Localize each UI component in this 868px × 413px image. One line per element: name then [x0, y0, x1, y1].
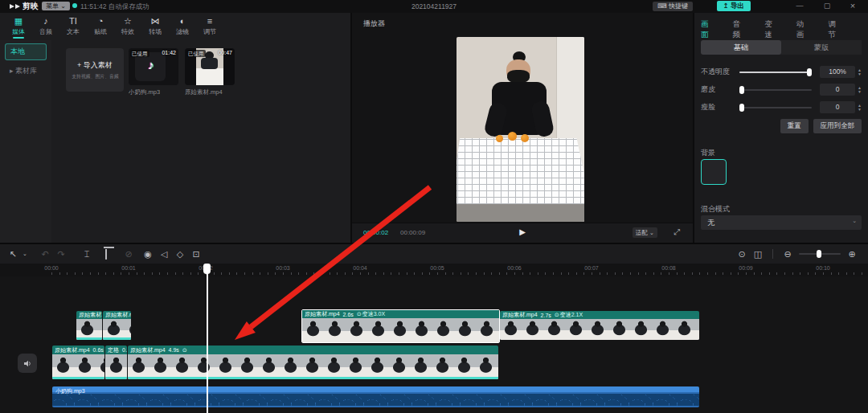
redo-icon[interactable]: ↷	[53, 249, 69, 260]
speaker-icon	[23, 359, 32, 368]
reverse-icon[interactable]: ◁	[156, 249, 172, 260]
overlay-clip-4[interactable]: 原始素材.mp4 2.7s ⊙变速2.1X	[500, 311, 699, 340]
titlebar: 剪映 菜单 ⌄ 11:51:42 自动保存成功 202104211927 ⌨ 快…	[0, 0, 868, 13]
media-item-audio[interactable]: ♪ 已使用 01:42 小奶狗.mp3	[129, 48, 178, 101]
smooth-skin-slider[interactable]	[739, 89, 812, 91]
tab-adjust[interactable]: ≡ 调节	[196, 16, 223, 39]
close-button[interactable]: ×	[842, 1, 863, 10]
export-button[interactable]: ↥ 导出	[717, 1, 751, 11]
audio-clip[interactable]: 小奶狗.mp3	[52, 386, 699, 407]
playhead-line[interactable]	[207, 265, 208, 413]
playhead-handle[interactable]	[203, 264, 211, 274]
stepper-icon[interactable]: ▲▼	[858, 68, 862, 76]
clip-name: 原始素材.m	[105, 311, 131, 319]
text-icon: TI	[69, 16, 77, 27]
tab-sticker[interactable]: ◔ 贴纸	[87, 16, 114, 39]
overlay-clip-2[interactable]: 原始素材.m	[103, 311, 131, 340]
ruler-label: 00:03	[276, 265, 290, 271]
apply-all-button[interactable]: 应用到全部	[813, 119, 862, 133]
select-tool-caret-icon[interactable]: ⌄	[21, 251, 29, 257]
shortcuts-button[interactable]: ⌨ 快捷键	[653, 2, 693, 11]
media-item-video[interactable]: 已使用 00:47 原始素材.mp4	[185, 48, 235, 101]
clip-name: 原始素材.mp4	[502, 311, 538, 319]
sidebar-item-label: 素材库	[15, 67, 37, 75]
main-clip-freeze[interactable]: 定格 0.3s	[105, 346, 127, 379]
slim-face-value[interactable]: 0	[820, 101, 855, 113]
table	[457, 138, 584, 204]
total-time: 00:00:09	[400, 229, 425, 236]
crop-icon[interactable]: ⊡	[188, 249, 204, 260]
main-clip-1[interactable]: 原始素材.mp4 0.6s	[52, 346, 104, 379]
overlay-clip-selected[interactable]: 原始素材.mp4 2.6s ⊙变速3.0X	[301, 309, 500, 343]
mirror-icon[interactable]: ◇	[172, 249, 188, 260]
media-item-name: 小奶狗.mp3	[129, 88, 160, 96]
speed-icon: ⊙	[555, 312, 559, 318]
slim-face-slider[interactable]	[739, 107, 812, 108]
smooth-skin-value[interactable]: 0	[820, 84, 855, 96]
clip-duration: 0.3s	[122, 347, 127, 353]
sidebar-item-local[interactable]: 本地	[5, 43, 47, 60]
effects-icon: ☆	[124, 16, 132, 27]
tab-transition[interactable]: ⋈ 转场	[141, 16, 169, 39]
ruler-label: 00:05	[430, 265, 444, 271]
import-material-button[interactable]: + 导入素材 支持视频、图片、音频	[66, 48, 124, 92]
used-badge: 已使用	[186, 50, 206, 57]
tiktok-note-icon: ♪	[148, 58, 154, 72]
smooth-skin-row: 磨皮 0 ▲▼	[701, 84, 862, 96]
background-label: 背景	[701, 148, 715, 158]
stepper-icon[interactable]: ▲▼	[858, 104, 862, 111]
main-clip-3[interactable]: 原始素材.mp4 4.9s ⊙	[128, 346, 498, 379]
minimize-button[interactable]: —	[789, 2, 810, 10]
zoom-in-icon[interactable]: ⊕	[844, 249, 860, 260]
clip-duration: 2.7s	[541, 313, 551, 318]
opacity-value[interactable]: 100%	[820, 66, 855, 78]
play-button[interactable]: ▶	[519, 227, 526, 236]
tab-label: 转场	[149, 27, 162, 36]
timeline-ruler[interactable]: 00:00 00:01 00:02 00:03 00:04 00:05 00:0…	[0, 264, 868, 276]
reset-button[interactable]: 重置	[780, 119, 809, 133]
adjust-icon: ≡	[207, 16, 212, 27]
sidebar-item-library[interactable]: ▸ 素材库	[5, 63, 47, 79]
tab-media[interactable]: ▦ 媒体	[5, 16, 32, 39]
clip-name: 原始素材.m	[79, 311, 102, 319]
undo-icon[interactable]: ↶	[37, 249, 53, 260]
orange-2	[521, 134, 529, 142]
subtab-basic[interactable]: 基础	[701, 40, 781, 55]
tab-text[interactable]: TI 文本	[59, 16, 87, 39]
media-panel: ▦ 媒体 ♪ 音频 TI 文本 ◔ 贴纸 ☆ 特效 ⋈ 转场 ◐ 滤镜 ≡ 调节…	[0, 13, 350, 243]
duration-label: 01:42	[162, 50, 176, 55]
zoom-slider-handle[interactable]	[817, 250, 821, 258]
split-view-icon[interactable]: ◫	[750, 249, 766, 260]
snap-toggle-icon[interactable]: ⊙	[734, 249, 750, 260]
media-item-name: 原始素材.mp4	[185, 88, 223, 96]
split-icon[interactable]: ⌶	[79, 249, 95, 260]
timeline-zoom-slider[interactable]	[799, 253, 841, 255]
freeze-frame-icon[interactable]: ◉	[140, 249, 156, 260]
sticker-icon: ◔	[98, 16, 104, 27]
tab-label: 滤镜	[176, 27, 189, 36]
chevron-right-icon: ▸	[10, 67, 14, 75]
stepper-icon[interactable]: ▲▼	[858, 86, 862, 93]
zoom-out-icon[interactable]: ⊖	[780, 249, 796, 260]
overlay-clip-1[interactable]: 原始素材.m	[76, 311, 102, 340]
mute-clip-icon[interactable]: ⊘	[121, 249, 137, 260]
tab-effects[interactable]: ☆ 特效	[114, 16, 141, 39]
tab-audio[interactable]: ♪ 音频	[32, 16, 59, 39]
track-mute-button[interactable]	[18, 354, 37, 373]
select-tool-icon[interactable]: ↖	[5, 249, 21, 260]
blend-mode-dropdown[interactable]: 无 ⌄	[701, 215, 862, 230]
slider-label: 磨皮	[701, 84, 731, 95]
background-swatch[interactable]	[701, 159, 727, 185]
tab-label: 文本	[67, 27, 80, 36]
player-panel: 播放器 00:00:02 00:00:09 ▶ 适配 ⌄ ⤢	[352, 13, 693, 243]
opacity-slider[interactable]	[739, 72, 812, 73]
subtab-mask[interactable]: 蒙版	[781, 40, 862, 55]
tab-filter[interactable]: ◐ 滤镜	[169, 16, 196, 39]
delete-icon[interactable]	[98, 249, 114, 259]
fit-dropdown[interactable]: 适配 ⌄	[633, 227, 657, 238]
tab-label: 音频	[39, 27, 52, 36]
import-title: + 导入素材	[77, 60, 113, 71]
maximize-button[interactable]: ▢	[817, 2, 837, 10]
fullscreen-icon[interactable]: ⤢	[674, 227, 680, 237]
clip-name: 原始素材.mp4	[130, 346, 166, 354]
